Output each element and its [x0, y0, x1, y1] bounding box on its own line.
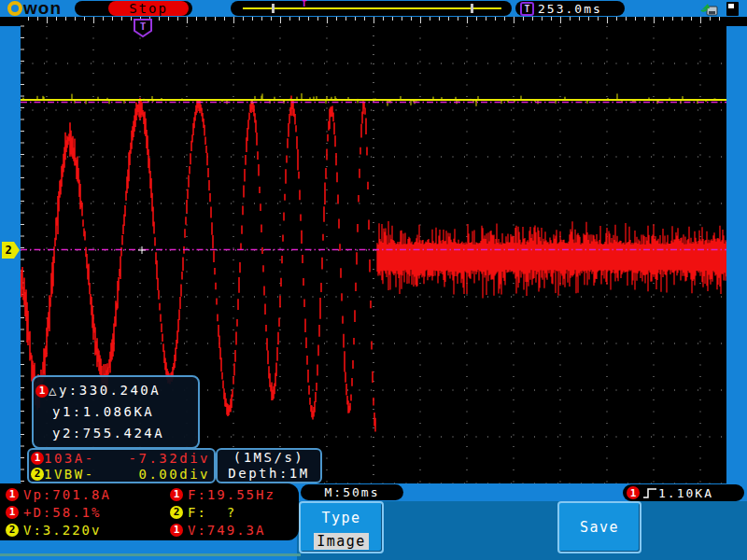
- cursor-delta-value: △y:330.240A: [49, 380, 161, 401]
- rising-edge-icon: [642, 487, 658, 499]
- usb-storage-icon: [700, 1, 719, 16]
- record-overview-bar: T: [231, 1, 512, 16]
- logo-o-ring: [7, 1, 22, 16]
- measure-item: 1 V:749.3A: [164, 521, 299, 539]
- cursor-delta-row: 1 △y:330.240A: [34, 380, 198, 401]
- cursor-measure-box: 1 △y:330.240A y1:1.086KA y2:755.424A: [32, 375, 200, 449]
- type-image-button[interactable]: Type Image: [299, 501, 384, 553]
- top-bar: won Stop T T 253.0ms: [0, 0, 747, 17]
- ch2-badge: 2: [6, 524, 19, 537]
- cursor-y1-value: y1:1.086KA: [34, 401, 198, 423]
- trigger-time-readout: T 253.0ms: [515, 1, 625, 16]
- ch2-info-row: 2 1VBW- 0.00div: [29, 466, 214, 482]
- run-state-badge: Stop: [108, 1, 189, 16]
- ch2-badge: 2: [31, 468, 44, 481]
- timebase-readout: M:50ms: [301, 484, 403, 500]
- ch2-scale: 1VBW-: [44, 467, 95, 482]
- trigger-level-value: 1.10KA: [658, 486, 713, 500]
- record-depth: Depth:1M: [218, 466, 320, 482]
- view-window-left-bracket: [272, 4, 275, 13]
- measure-item: 1 Vp:701.8A: [0, 485, 164, 503]
- trigger-time-icon: T: [520, 2, 534, 16]
- auto-measure-box: 1 Vp:701.8A 1 F:19.55Hz 1 +D:58.1% 2 F: …: [0, 483, 299, 540]
- type-button-label: Type: [301, 510, 382, 526]
- owon-logo: won: [7, 0, 62, 17]
- svg-text:T: T: [140, 21, 147, 33]
- save-button[interactable]: Save: [557, 501, 641, 553]
- ch1-badge: 1: [627, 486, 640, 499]
- type-button-value: Image: [314, 533, 369, 550]
- ch1-badge: 1: [170, 524, 183, 537]
- ch1-info-row: 1 103A- -7.32div: [29, 450, 214, 466]
- ch1-badge: 1: [35, 385, 49, 398]
- measure-item: 2 V:3.220v: [0, 521, 164, 539]
- bottom-divider: [0, 553, 301, 556]
- ch2-zero-marker: 2: [2, 242, 20, 259]
- trigger-time-value: 253.0ms: [538, 2, 602, 16]
- ch1-badge: 1: [6, 506, 19, 519]
- ch1-badge: 1: [170, 488, 183, 501]
- channel-info-box: 1 103A- -7.32div 2 1VBW- 0.00div: [27, 448, 216, 483]
- view-window-right-bracket: [471, 4, 473, 13]
- overview-trigger-marker: T: [302, 0, 306, 8]
- measure-item: 2 F: ?: [164, 503, 299, 521]
- measure-item: 1 +D:58.1%: [0, 503, 164, 521]
- ch1-badge: 1: [31, 452, 44, 465]
- ch2-position: 0.00div: [138, 467, 210, 482]
- sample-rate: (1MS/s): [218, 450, 320, 466]
- ch1-badge: 1: [6, 488, 19, 501]
- measure-item: 1 F:19.55Hz: [164, 485, 299, 503]
- acquire-info-box: (1MS/s) Depth:1M: [216, 448, 322, 483]
- record-length-line: [243, 7, 501, 9]
- trigger-level-readout: 1 1.10KA: [623, 484, 744, 501]
- oscilloscope-screen: T2 won Stop T T 253.0ms: [0, 0, 747, 560]
- cursor-y2-value: y2:755.424A: [34, 423, 198, 444]
- battery-icon: [724, 1, 742, 17]
- svg-text:2: 2: [5, 244, 11, 257]
- logo-text: won: [23, 1, 62, 16]
- ch1-scale: 103A-: [44, 451, 95, 466]
- ch1-position: -7.32div: [129, 451, 210, 466]
- ch2-badge: 2: [170, 506, 183, 519]
